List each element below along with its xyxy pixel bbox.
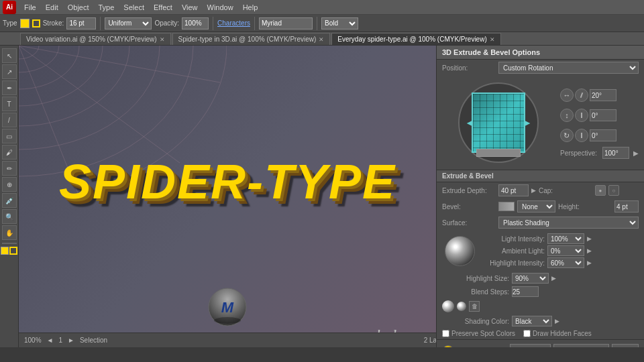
perspective-arrow[interactable]: ▶ [633, 149, 639, 157]
menu-object[interactable]: Object [64, 2, 93, 13]
menu-effect[interactable]: Effect [150, 2, 176, 13]
tool-type[interactable]: T [2, 97, 17, 111]
surface-select[interactable]: Plastic Shading [498, 217, 639, 229]
light-intensity-arrow[interactable]: ▶ [587, 235, 592, 242]
nav-next[interactable]: ► [68, 337, 74, 344]
extrude-depth-label: Extrude Depth: [442, 187, 496, 194]
stroke-input[interactable] [66, 17, 96, 29]
opacity-input[interactable] [182, 17, 209, 29]
highlight-size-select[interactable]: 90% [512, 273, 549, 284]
cap-button-2[interactable]: ○ [608, 185, 619, 196]
menu-type[interactable]: Type [95, 2, 119, 13]
tool-paintbrush[interactable]: 🖌 [2, 145, 17, 160]
nav-prev[interactable]: ◄ [47, 337, 54, 344]
preserve-spot-checkbox[interactable] [442, 330, 449, 337]
tab-close-1[interactable]: ✕ [319, 36, 324, 43]
angle-row-2: ↕ [560, 109, 639, 122]
ambient-light-row: Ambient Light: 0% ▶ [478, 245, 639, 256]
menu-select[interactable]: Select [119, 2, 148, 13]
main-toolbar: Type Stroke: Uniform Opacity: Characters… [0, 15, 644, 32]
map-art-button[interactable]: Map Art... [510, 344, 551, 347]
font-style-select[interactable]: Bold [321, 17, 358, 29]
position-select[interactable]: Custom Rotation [498, 62, 639, 74]
surface-label: Surface: [442, 219, 496, 227]
tool-zoom[interactable]: 🔍 [2, 209, 17, 224]
draw-hidden-checkbox[interactable] [523, 330, 531, 337]
menu-help[interactable]: Help [239, 2, 262, 13]
rotation-widget[interactable]: ▲ ◄ ► ▼ [458, 82, 539, 163]
light-intensity-row: Light Intensity: 100% ▶ [478, 233, 639, 244]
angle-row-3: ↻ [560, 129, 639, 142]
tab-spider-type-3d[interactable]: Spider-type in 3D.ai @ 100% (CMYK/Previe… [172, 33, 331, 45]
light-intensity-select[interactable]: 100% [547, 233, 584, 244]
canvas-area[interactable]: SPIDER-TYPE M lynda.com 100% ◄ [19, 46, 436, 347]
highlight-size-arrow[interactable]: ▶ [551, 275, 556, 282]
fill-swatch[interactable] [20, 19, 30, 28]
panel-title: 3D Extrude & Bevel Options [437, 46, 644, 60]
fill-color[interactable] [1, 247, 9, 255]
bevel-row: Bevel: None Height: [437, 198, 644, 215]
draw-hidden-faces: Draw Hidden Faces [523, 330, 592, 337]
preview-circle[interactable] [442, 345, 454, 347]
light-sphere[interactable] [445, 236, 475, 266]
menu-view[interactable]: View [178, 2, 202, 13]
tool-pen[interactable]: ✒ [2, 80, 17, 95]
light-sphere-icon[interactable] [442, 300, 454, 312]
perspective-label: Perspective: [560, 149, 597, 157]
sphere-icon-small-1[interactable] [457, 302, 466, 311]
preview-group: Preview [442, 345, 482, 347]
perspective-input[interactable] [602, 147, 629, 159]
height-label: Height: [558, 203, 612, 210]
characters-label[interactable]: Characters [217, 19, 250, 27]
menu-file[interactable]: File [20, 2, 40, 13]
tool-eyedropper[interactable]: 💉 [2, 193, 17, 208]
tool-pencil[interactable]: ✏ [2, 161, 17, 176]
tab-close-0[interactable]: ✕ [160, 36, 165, 43]
menu-window[interactable]: Window [203, 2, 237, 13]
menu-bar: Ai File Edit Object Type Select Effect V… [0, 0, 644, 15]
trash-icon[interactable]: 🗑 [469, 301, 480, 312]
ambient-light-arrow[interactable]: ▶ [587, 247, 592, 254]
svg-line-4 [19, 46, 180, 163]
ambient-light-select[interactable]: 0% [547, 245, 584, 256]
bevel-select[interactable]: None [517, 200, 555, 213]
tab-video-variation[interactable]: Video variation.ai @ 150% (CMYK/Preview)… [20, 33, 171, 45]
blend-steps-input[interactable] [512, 286, 539, 297]
extrude-depth-input[interactable] [498, 184, 529, 196]
extrude-arrow[interactable]: ▶ [531, 187, 536, 194]
divider1 [100, 17, 101, 30]
highlight-intensity-select[interactable]: 60% [547, 257, 584, 268]
fewer-options-button[interactable]: Fewer Options [553, 344, 609, 347]
extrude-section-header: Extrude & Bevel [437, 170, 644, 182]
cap-button-1[interactable]: ● [595, 185, 606, 196]
tool-blend[interactable]: ⊕ [2, 177, 17, 192]
document-tabs: Video variation.ai @ 150% (CMYK/Preview)… [0, 32, 644, 46]
angle-indicator-3 [575, 129, 588, 142]
ok-button[interactable]: OK [612, 344, 639, 347]
tab-close-2[interactable]: ✕ [490, 36, 495, 43]
highlight-intensity-arrow[interactable]: ▶ [587, 259, 592, 266]
tool-hand[interactable]: ✋ [2, 225, 17, 240]
tab-everyday-spider[interactable]: Everyday spider-type.ai @ 100% (CMYK/Pre… [331, 33, 500, 45]
angle-input-2[interactable] [590, 109, 616, 121]
angle-input-3[interactable] [590, 129, 616, 141]
mc-logo: M [207, 287, 248, 327]
tool-line[interactable]: / [2, 113, 17, 127]
shading-color-select[interactable]: Black [512, 316, 552, 326]
font-name-input[interactable] [259, 17, 313, 29]
tool-direct-select[interactable]: ↗ [2, 64, 17, 79]
toolbox: ↖ ↗ ✒ T / ▭ 🖌 ✏ ⊕ 💉 🔍 ✋ [0, 46, 19, 347]
shading-color-arrow[interactable]: ▶ [555, 318, 559, 324]
angle-input-1[interactable] [590, 89, 616, 101]
uniform-select[interactable]: Uniform [105, 17, 152, 29]
svg-line-3 [19, 46, 220, 82]
lighting-area: Light Intensity: 100% ▶ Ambient Light: 0… [437, 231, 644, 272]
tool-select[interactable]: ↖ [2, 48, 17, 63]
menu-edit[interactable]: Edit [42, 2, 62, 13]
stroke-swatch[interactable] [32, 19, 40, 27]
tool-rectangle[interactable]: ▭ [2, 129, 17, 143]
height-input[interactable] [614, 200, 639, 213]
stroke-color[interactable] [9, 247, 17, 255]
panel-buttons: Preview Map Art... Fewer Options OK [437, 339, 644, 347]
main-area: ↖ ↗ ✒ T / ▭ 🖌 ✏ ⊕ 💉 🔍 ✋ [0, 46, 644, 347]
